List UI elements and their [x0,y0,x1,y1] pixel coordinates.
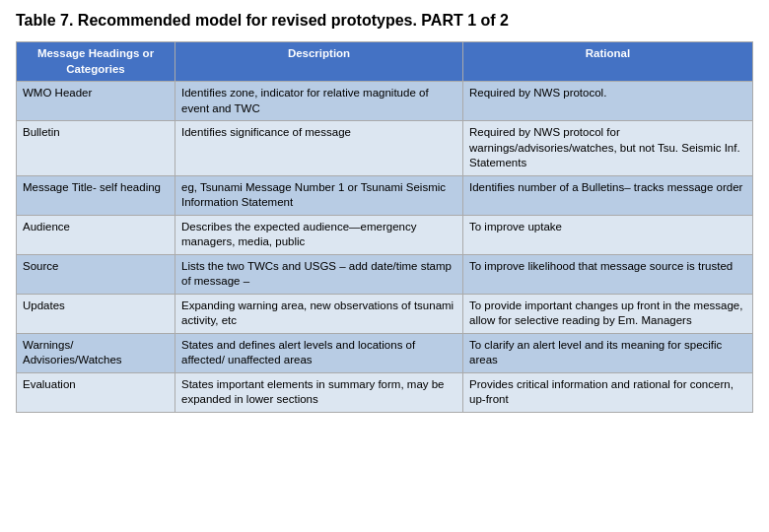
cell-category: WMO Header [17,82,175,121]
page-title: Table 7. Recommended model for revised p… [16,12,753,30]
cell-category: Message Title- self heading [17,175,175,215]
cell-rational: Required by NWS protocol. [463,82,753,121]
cell-category: Bulletin [17,121,175,176]
table-row: EvaluationStates important elements in s… [17,372,753,412]
cell-description: Lists the two TWCs and USGS – add date/t… [175,254,463,294]
table-row: Message Title- self headingeg, Tsunami M… [17,175,753,215]
main-table: Message Headings or Categories Descripti… [16,41,753,413]
table-row: SourceLists the two TWCs and USGS – add … [17,254,753,294]
cell-category: Warnings/ Advisories/Watches [17,333,175,372]
cell-category: Audience [17,215,175,254]
cell-description: Identifies significance of message [175,121,463,176]
cell-description: Identifies zone, indicator for relative … [175,82,463,121]
cell-rational: Required by NWS protocol for warnings/ad… [463,121,753,176]
cell-rational: Provides critical information and ration… [463,372,753,412]
cell-description: States important elements in summary for… [175,372,463,412]
cell-rational: To improve likelihood that message sourc… [463,254,753,294]
header-col2: Description [175,42,463,82]
cell-description: Describes the expected audience—emergenc… [175,215,463,254]
cell-rational: Identifies number of a Bulletins– tracks… [463,175,753,215]
cell-rational: To provide important changes up front in… [463,294,753,333]
cell-rational: To clarify an alert level and its meanin… [463,333,753,372]
cell-description: States and defines alert levels and loca… [175,333,463,372]
header-col3: Rational [463,42,753,82]
table-row: UpdatesExpanding warning area, new obser… [17,294,753,333]
cell-category: Updates [17,294,175,333]
cell-rational: To improve uptake [463,215,753,254]
cell-category: Evaluation [17,372,175,412]
header-col1: Message Headings or Categories [17,42,175,82]
table-row: WMO HeaderIdentifies zone, indicator for… [17,82,753,121]
cell-description: eg, Tsunami Message Number 1 or Tsunami … [175,175,463,215]
cell-category: Source [17,254,175,294]
table-row: Warnings/ Advisories/WatchesStates and d… [17,333,753,372]
table-row: AudienceDescribes the expected audience—… [17,215,753,254]
table-row: BulletinIdentifies significance of messa… [17,121,753,176]
cell-description: Expanding warning area, new observations… [175,294,463,333]
